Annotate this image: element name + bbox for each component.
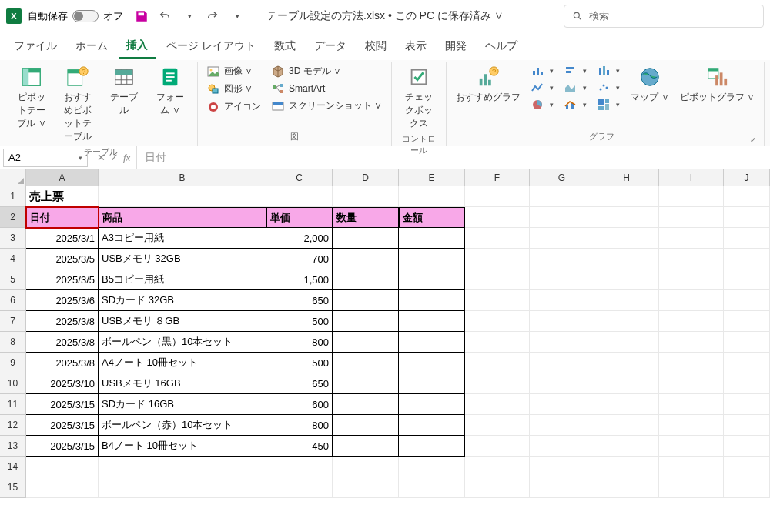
column-header[interactable]: E <box>399 169 465 186</box>
cell[interactable] <box>530 249 594 269</box>
row-header[interactable]: 7 <box>0 311 26 332</box>
cell[interactable] <box>530 228 594 249</box>
cell[interactable]: ボールペン（赤）10本セット <box>99 415 266 436</box>
cell[interactable] <box>333 332 399 353</box>
cell[interactable] <box>659 249 724 269</box>
cell[interactable] <box>333 457 399 477</box>
cell[interactable] <box>465 436 530 457</box>
cell[interactable]: A4ノート 10冊セット <box>99 353 266 373</box>
cell[interactable] <box>659 373 724 394</box>
cell[interactable] <box>530 186 594 207</box>
cell[interactable] <box>465 477 530 498</box>
cell[interactable] <box>465 332 530 353</box>
row-header[interactable]: 3 <box>0 228 26 249</box>
cell[interactable] <box>530 311 594 332</box>
cell[interactable] <box>399 477 465 498</box>
cell[interactable] <box>333 290 399 311</box>
table-button[interactable]: テーブル <box>103 63 145 119</box>
row-header[interactable]: 2 <box>0 207 26 228</box>
tab-ファイル[interactable]: ファイル <box>6 35 65 58</box>
tab-ホーム[interactable]: ホーム <box>68 35 116 58</box>
cell[interactable]: 2025/3/15 <box>26 415 99 436</box>
chart-pie-button[interactable]: ▾ <box>528 97 557 112</box>
column-header[interactable]: B <box>99 169 266 186</box>
chart-stat-button[interactable]: ▾ <box>594 63 623 79</box>
maps-button[interactable]: マップ ∨ <box>628 63 671 105</box>
cell[interactable] <box>594 207 659 228</box>
cell[interactable] <box>399 290 465 311</box>
cell[interactable]: 800 <box>266 332 333 353</box>
row-header[interactable]: 13 <box>0 436 26 457</box>
cell[interactable] <box>724 373 770 394</box>
tab-校閲[interactable]: 校閲 <box>357 35 394 58</box>
image-button[interactable]: 画像 ∨ <box>204 63 264 79</box>
cell[interactable] <box>399 332 465 353</box>
cell[interactable]: B4ノート 10冊セット <box>99 436 266 457</box>
cell[interactable] <box>465 415 530 436</box>
save-icon[interactable] <box>134 8 149 24</box>
select-all-corner[interactable] <box>0 169 26 186</box>
cell[interactable]: 700 <box>266 249 333 269</box>
cell[interactable] <box>530 457 594 477</box>
cell[interactable] <box>399 457 465 477</box>
cell[interactable] <box>724 311 770 332</box>
cell[interactable] <box>333 353 399 373</box>
shapes-button[interactable]: 図形 ∨ <box>204 81 264 97</box>
cell[interactable]: 数量 <box>333 207 399 228</box>
cell[interactable] <box>594 436 659 457</box>
column-header[interactable]: F <box>465 169 530 186</box>
cell[interactable] <box>594 373 659 394</box>
row-header[interactable]: 10 <box>0 373 26 394</box>
cell[interactable]: 日付 <box>26 207 99 228</box>
cell[interactable] <box>594 457 659 477</box>
cell[interactable] <box>659 457 724 477</box>
cell[interactable] <box>333 477 399 498</box>
chart-area-button[interactable]: ▾ <box>561 80 590 95</box>
chart-scatter-button[interactable]: ▾ <box>594 80 623 95</box>
row-header[interactable]: 4 <box>0 249 26 269</box>
screenshot-button[interactable]: スクリーンショット ∨ <box>269 98 385 114</box>
cell[interactable] <box>399 415 465 436</box>
cell[interactable] <box>530 332 594 353</box>
undo-dropdown-icon[interactable]: ▾ <box>182 8 197 24</box>
cell[interactable] <box>99 477 266 498</box>
chart-treemap-button[interactable]: ▾ <box>594 97 623 112</box>
cell[interactable] <box>594 332 659 353</box>
cell[interactable]: 2025/3/8 <box>26 353 99 373</box>
worksheet[interactable]: ABCDEFGHIJ 1売上票2日付商品単価数量金額32025/3/1A3コピー… <box>0 169 770 498</box>
row-header[interactable]: 6 <box>0 290 26 311</box>
cell[interactable] <box>530 436 594 457</box>
cell[interactable] <box>530 290 594 311</box>
cell[interactable] <box>594 394 659 415</box>
cell[interactable] <box>399 269 465 290</box>
column-header[interactable]: H <box>594 169 659 186</box>
cell[interactable] <box>266 186 333 207</box>
column-header[interactable]: A <box>26 169 99 186</box>
recommended-chart-button[interactable]: ? おすすめグラフ <box>453 63 524 105</box>
cell[interactable]: 650 <box>266 373 333 394</box>
cell[interactable]: 450 <box>266 436 333 457</box>
cell[interactable]: 650 <box>266 290 333 311</box>
cell[interactable] <box>659 394 724 415</box>
cell[interactable]: USBメモリ ８GB <box>99 311 266 332</box>
cell[interactable] <box>530 394 594 415</box>
cell[interactable] <box>724 290 770 311</box>
cell[interactable] <box>659 269 724 290</box>
cell[interactable] <box>333 436 399 457</box>
cell[interactable] <box>399 311 465 332</box>
icons-button[interactable]: アイコン <box>204 99 264 115</box>
cell[interactable] <box>724 228 770 249</box>
chevron-down-icon[interactable]: ▾ <box>79 154 82 162</box>
cell[interactable]: 2,000 <box>266 228 333 249</box>
cell[interactable] <box>530 207 594 228</box>
cell[interactable] <box>724 394 770 415</box>
cell[interactable] <box>26 477 99 498</box>
column-header[interactable]: J <box>724 169 770 186</box>
cell[interactable] <box>659 311 724 332</box>
cell[interactable] <box>465 373 530 394</box>
cell[interactable]: USBメモリ 16GB <box>99 373 266 394</box>
cell[interactable] <box>333 269 399 290</box>
cell[interactable] <box>333 373 399 394</box>
checkbox-button[interactable]: チェックボックス <box>398 63 440 132</box>
cell[interactable] <box>594 290 659 311</box>
